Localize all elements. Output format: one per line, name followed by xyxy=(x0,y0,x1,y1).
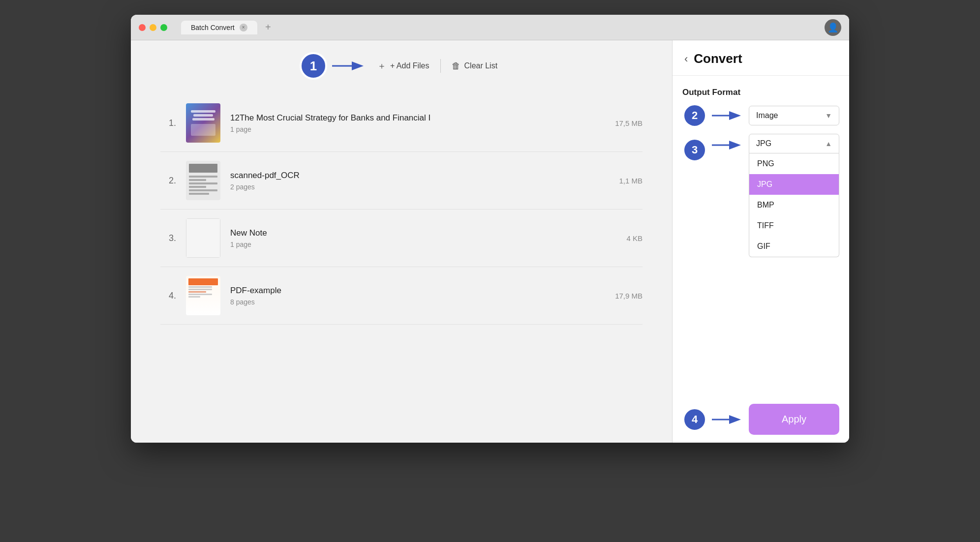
table-row: 2. scanned-pdf_OCR xyxy=(160,152,643,210)
annotation-4: 4 xyxy=(682,407,707,432)
file-info: New Note 1 page xyxy=(230,228,616,248)
trash-icon: 🗑 xyxy=(452,61,460,71)
file-number: 1. xyxy=(160,118,176,128)
avatar: 👤 xyxy=(825,19,841,36)
file-name: PDF-example xyxy=(230,286,605,296)
file-info: 12The Most Crucial Strategy for Banks an… xyxy=(230,113,605,133)
file-pages: 2 pages xyxy=(230,183,609,191)
format-option-bmp[interactable]: BMP xyxy=(749,195,839,215)
output-format-row: 2 Image ▼ xyxy=(682,103,839,128)
apply-row: 4 Apply xyxy=(682,404,839,435)
file-area: 1 ＋ + Add Files xyxy=(131,40,672,443)
tab-close-button[interactable]: × xyxy=(240,24,247,31)
arrow-4 xyxy=(712,412,744,427)
file-thumbnail xyxy=(186,103,220,143)
file-number: 4. xyxy=(160,291,176,301)
sub-format-dropdown-wrapper: JPG ▲ PNG JPG BMP xyxy=(749,134,839,257)
add-files-button[interactable]: ＋ + Add Files xyxy=(371,56,435,76)
output-format-label: Output Format xyxy=(682,88,839,97)
file-pages: 1 page xyxy=(230,125,605,133)
file-thumbnail xyxy=(186,218,220,258)
table-row: 4. PDF-example 8 pages xyxy=(160,267,643,325)
title-bar: Batch Convert × + 👤 xyxy=(131,15,849,40)
table-row: 1. 12The Most Crucial Strategy for Banks… xyxy=(160,94,643,152)
tab-label: Batch Convert xyxy=(191,24,235,31)
main-content: 1 ＋ + Add Files xyxy=(131,40,849,443)
close-button[interactable] xyxy=(139,24,146,31)
fullscreen-button[interactable] xyxy=(160,24,167,31)
sub-format-arrow: ▲ xyxy=(825,140,832,148)
traffic-lights xyxy=(139,24,167,31)
annotation-3: 3 xyxy=(682,138,707,162)
clear-list-button[interactable]: 🗑 Clear List xyxy=(446,57,504,75)
plus-icon: ＋ xyxy=(377,60,386,72)
file-name: 12The Most Crucial Strategy for Banks an… xyxy=(230,113,605,123)
minimize-button[interactable] xyxy=(150,24,156,31)
file-thumbnail xyxy=(186,276,220,315)
sub-format-row: 3 JPG xyxy=(682,134,839,257)
panel-body: Output Format 2 xyxy=(673,76,849,396)
arrow-3 xyxy=(712,138,744,152)
file-pages: 1 page xyxy=(230,241,616,248)
file-size: 1,1 MB xyxy=(619,177,643,185)
format-dropdown: PNG JPG BMP TIFF xyxy=(749,153,839,257)
file-name: New Note xyxy=(230,228,616,238)
format-option-gif[interactable]: GIF xyxy=(749,236,839,257)
file-list: 1. 12The Most Crucial Strategy for Banks… xyxy=(131,90,672,443)
sub-format-select[interactable]: JPG ▲ xyxy=(749,134,839,153)
format-option-tiff[interactable]: TIFF xyxy=(749,215,839,236)
active-tab[interactable]: Batch Convert × xyxy=(181,21,257,34)
file-pages: 8 pages xyxy=(230,298,605,306)
panel-footer: 4 Apply xyxy=(673,396,849,443)
apply-button[interactable]: Apply xyxy=(749,404,839,435)
file-info: PDF-example 8 pages xyxy=(230,286,605,306)
file-thumbnail xyxy=(186,161,220,200)
sub-format-value: JPG xyxy=(756,139,771,148)
new-tab-button[interactable]: + xyxy=(261,21,275,34)
file-size: 17,5 MB xyxy=(615,119,643,127)
dropdown-arrow: ▼ xyxy=(825,112,832,120)
table-row: 3. New Note 1 page 4 KB xyxy=(160,210,643,267)
tab-bar: Batch Convert × + xyxy=(181,21,275,34)
output-format-select[interactable]: Image ▼ xyxy=(749,106,839,125)
annotation-2: 2 xyxy=(682,103,707,128)
arrow-1 xyxy=(332,59,367,73)
selected-format: Image xyxy=(756,111,778,120)
arrow-2 xyxy=(712,108,744,123)
app-window: Batch Convert × + 👤 1 xyxy=(131,15,849,443)
annotation-1: 1 xyxy=(300,52,327,80)
format-option-png[interactable]: PNG xyxy=(749,153,839,174)
file-name: scanned-pdf_OCR xyxy=(230,171,609,181)
file-info: scanned-pdf_OCR 2 pages xyxy=(230,171,609,191)
format-option-jpg[interactable]: JPG xyxy=(749,174,839,195)
file-number: 2. xyxy=(160,176,176,186)
back-button[interactable]: ‹ xyxy=(684,54,688,64)
panel-title: Convert xyxy=(694,51,742,66)
file-number: 3. xyxy=(160,233,176,243)
panel-header: ‹ Convert xyxy=(673,40,849,76)
toolbar: 1 ＋ + Add Files xyxy=(131,40,672,90)
toolbar-separator xyxy=(440,59,441,73)
file-size: 4 KB xyxy=(626,234,643,242)
file-size: 17,9 MB xyxy=(615,292,643,300)
right-panel: ‹ Convert Output Format 2 xyxy=(672,40,849,443)
